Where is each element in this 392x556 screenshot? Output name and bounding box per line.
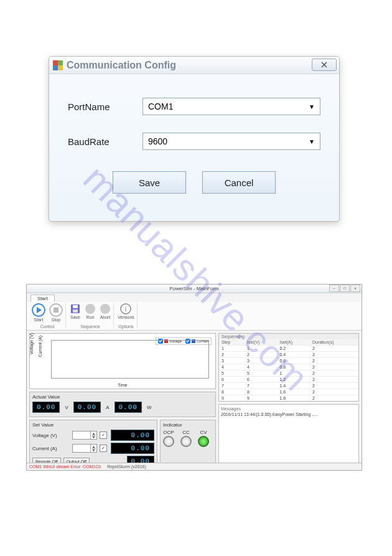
svg-rect-5 bbox=[73, 309, 78, 313]
save-icon bbox=[70, 303, 81, 314]
col-step[interactable]: Step bbox=[219, 339, 245, 346]
close-button[interactable]: × bbox=[350, 285, 360, 292]
indicator-cv bbox=[198, 436, 209, 447]
indicator-panel: Indicator OCP CC CV bbox=[160, 420, 216, 469]
status-error: COM1 WinUI stream Error: COM1Cb bbox=[29, 464, 101, 469]
table-row[interactable]: 771.42 bbox=[219, 383, 358, 389]
start-label: Start bbox=[34, 318, 44, 322]
baudrate-select[interactable]: 9600 ▼ bbox=[142, 133, 320, 150]
table-row[interactable]: 5512 bbox=[219, 370, 358, 377]
ribbon-tab-start[interactable]: Start bbox=[30, 294, 55, 302]
svg-text:i: i bbox=[125, 305, 126, 313]
abort-icon bbox=[100, 303, 111, 314]
svg-point-7 bbox=[100, 304, 110, 314]
chart-y-axis-label: Voltage (V) bbox=[29, 333, 34, 355]
minimize-button[interactable]: – bbox=[329, 285, 339, 292]
app-icon bbox=[53, 60, 63, 70]
save-button[interactable]: Save bbox=[113, 171, 186, 194]
stop-button[interactable]: Stop bbox=[49, 303, 63, 322]
chart-y2-axis-label: Current (A) bbox=[38, 336, 42, 357]
sequencing-title: Sequencing bbox=[219, 334, 358, 339]
maximize-button[interactable]: □ bbox=[340, 285, 350, 292]
ribbon-group-control: Control bbox=[40, 324, 55, 329]
table-row[interactable]: 881.62 bbox=[219, 389, 358, 395]
dropdown-icon: ▼ bbox=[309, 138, 315, 145]
indicator-title: Indicator bbox=[163, 422, 213, 428]
actual-voltage-display: 0.00 bbox=[32, 402, 60, 413]
indicator-cc bbox=[180, 436, 192, 447]
actual-current-unit: A bbox=[106, 405, 109, 410]
actual-watt-display: 0.00 bbox=[114, 402, 142, 413]
sequencing-panel: Sequencing Step Iset(V) Iset(A) Duration… bbox=[218, 333, 359, 402]
dialog-title: Communication Config bbox=[67, 60, 176, 71]
col-duration[interactable]: Duration(s) bbox=[310, 339, 358, 346]
app-window: PowerSim - MainForm – □ × Start Start St… bbox=[26, 284, 362, 471]
indicator-ocp-label: OCP bbox=[163, 430, 174, 435]
chart-x-axis-label: Time bbox=[118, 383, 127, 387]
baudrate-label: BaudRate bbox=[68, 136, 142, 147]
abort-button[interactable]: Abort bbox=[100, 303, 111, 319]
versions-button[interactable]: i Versions bbox=[118, 303, 134, 319]
table-row[interactable]: 991.82 bbox=[219, 395, 358, 402]
table-row[interactable]: 440.82 bbox=[219, 364, 358, 370]
statusbar: COM1 WinUI stream Error: COM1Cb RepidSto… bbox=[27, 463, 362, 470]
svg-rect-2 bbox=[54, 308, 58, 313]
portname-label: PortName bbox=[68, 101, 142, 112]
baudrate-value: 9600 bbox=[148, 136, 167, 146]
app-titlebar: PowerSim - MainForm – □ × bbox=[27, 285, 362, 293]
indicator-cc-label: CC bbox=[182, 430, 190, 435]
set-value-title: Set Value bbox=[32, 422, 154, 428]
run-button[interactable]: Run bbox=[85, 303, 96, 319]
abort-label: Abort bbox=[100, 315, 111, 319]
actual-value-title: Actual Value bbox=[32, 394, 213, 400]
actual-watt-unit: W bbox=[147, 405, 152, 410]
table-row[interactable]: 110.22 bbox=[219, 346, 358, 352]
col-iset-v[interactable]: Iset(V) bbox=[245, 339, 277, 346]
set-voltage-input[interactable]: 0▲▼ bbox=[72, 431, 97, 440]
save-seq-label: Save bbox=[70, 315, 80, 319]
set-current-input[interactable]: 0▲▼ bbox=[72, 444, 97, 453]
set-current-apply[interactable]: ✓ bbox=[100, 445, 107, 452]
set-voltage-label: Voltage (V) bbox=[32, 433, 70, 438]
ribbon: Start Stop Control Save Run bbox=[27, 302, 362, 331]
communication-config-dialog: Communication Config PortName COM1 ▼ Bau… bbox=[49, 56, 340, 222]
set-current-display: 0.00 bbox=[111, 443, 154, 454]
chart: Voltage Current Voltage (V) Current (A) … bbox=[29, 333, 216, 389]
actual-voltage-unit: V bbox=[65, 405, 68, 410]
indicator-cv-label: CV bbox=[200, 430, 207, 435]
set-voltage-apply[interactable]: ✓ bbox=[100, 431, 107, 439]
info-icon: i bbox=[120, 303, 131, 314]
dialog-titlebar: Communication Config bbox=[49, 57, 339, 74]
cancel-button[interactable]: Cancel bbox=[202, 171, 276, 194]
messages-panel: Messages 2016/11/11 13:44/(1.0.00)-EasyP… bbox=[218, 404, 359, 469]
col-iset-a[interactable]: Iset(A) bbox=[277, 339, 309, 346]
table-row[interactable]: 661.22 bbox=[219, 377, 358, 383]
portname-select[interactable]: COM1 ▼ bbox=[142, 98, 320, 115]
svg-rect-4 bbox=[73, 305, 78, 308]
status-text: RepidStorm (v2016) bbox=[107, 464, 146, 469]
actual-value-panel: Actual Value 0.00 V 0.00 A 0.00 W bbox=[29, 392, 216, 417]
table-row[interactable]: 330.62 bbox=[219, 358, 358, 364]
run-label: Run bbox=[86, 315, 95, 319]
run-icon bbox=[85, 303, 96, 314]
play-icon bbox=[32, 303, 45, 317]
dialog-body: PortName COM1 ▼ BaudRate 9600 ▼ Save Can… bbox=[49, 74, 339, 194]
versions-label: Versions bbox=[118, 315, 134, 319]
svg-point-6 bbox=[85, 304, 95, 314]
messages-title: Messages bbox=[221, 407, 357, 411]
stop-icon bbox=[49, 303, 63, 317]
close-icon bbox=[320, 62, 329, 68]
ribbon-group-sequence: Sequence bbox=[80, 324, 100, 329]
sequencing-table: Step Iset(V) Iset(A) Duration(s) 110.222… bbox=[219, 339, 358, 402]
close-button[interactable] bbox=[312, 59, 337, 71]
start-button[interactable]: Start bbox=[32, 303, 45, 322]
actual-current-display: 0.00 bbox=[73, 402, 101, 413]
set-voltage-display: 0.00 bbox=[111, 430, 154, 441]
ribbon-group-options: Options bbox=[118, 324, 133, 329]
table-row[interactable]: 220.42 bbox=[219, 352, 358, 358]
indicator-ocp bbox=[163, 436, 174, 447]
set-current-label: Current (A) bbox=[32, 446, 70, 451]
dropdown-icon: ▼ bbox=[309, 103, 315, 110]
save-seq-button[interactable]: Save bbox=[70, 303, 81, 319]
stop-label: Stop bbox=[52, 318, 60, 322]
